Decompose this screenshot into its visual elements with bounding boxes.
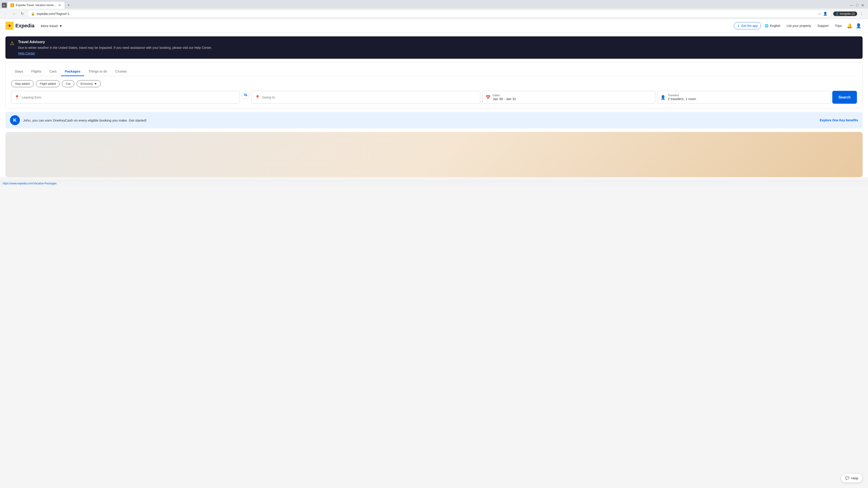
security-icon: 🔒 [31, 12, 35, 15]
flight-added-filter[interactable]: Flight added [36, 80, 60, 87]
search-inputs: 📍 ⇆ 📍 📅 Dates Jan 30 - Jan 31 👤 Traveler… [11, 91, 857, 104]
trips-label: Trips [835, 24, 842, 28]
profile-icon[interactable]: 👤 [823, 11, 828, 16]
tab-things-to-do[interactable]: Things to do [85, 67, 111, 76]
list-property-button[interactable]: List your property [784, 22, 814, 29]
tab-cars[interactable]: Cars [46, 67, 60, 76]
toolbar-right: 👤 Incognito (2) ⋮ [833, 10, 865, 18]
incognito-icon: 👤 [835, 12, 839, 15]
economy-label: Economy [81, 82, 93, 86]
travelers-label: Travelers [668, 94, 696, 97]
forward-button[interactable]: → [11, 11, 17, 17]
incognito-label: Incognito (2) [840, 12, 855, 15]
list-property-label: List your property [786, 24, 811, 28]
going-to-input[interactable] [262, 95, 477, 99]
tab-bar: ▸ E Expedia Travel: Vacation Home... ✕ +… [0, 0, 868, 8]
account-button[interactable]: 👤 [855, 22, 863, 30]
search-widget: Stays Flights Cars Packages Things to do… [5, 62, 863, 108]
warning-icon: ⚠ [10, 40, 14, 46]
get-app-button[interactable]: ⇓ Get the app [734, 22, 761, 29]
chevron-down-icon: ▼ [59, 24, 62, 28]
explore-onekey-link[interactable]: Explore One Key benefits [819, 119, 858, 122]
tab-favicon: E [10, 3, 14, 7]
url-text: expedia.com/?logout=1 [37, 12, 816, 15]
search-tabs: Stays Flights Cars Packages Things to do… [11, 67, 857, 76]
dates-field[interactable]: 📅 Dates Jan 30 - Jan 31 [482, 91, 655, 104]
reload-button[interactable]: ↻ [19, 11, 25, 17]
tab-flights[interactable]: Flights [28, 67, 45, 76]
support-label: Support [817, 24, 829, 28]
site-content: ✈ Expedia More travel ▼ ⇓ Get the app 🌐 … [0, 19, 868, 177]
more-travel-label: More travel [41, 24, 58, 28]
search-button[interactable]: Search [832, 91, 857, 104]
swap-locations-button[interactable]: ⇆ [242, 91, 250, 99]
globe-icon: 🌐 [765, 24, 769, 28]
filter-buttons: Stay added Flight added Car Economy ▼ [11, 80, 857, 87]
economy-chevron-icon: ▼ [94, 82, 97, 86]
logo-text: Expedia [16, 23, 34, 29]
minimize-button[interactable]: — [850, 3, 854, 7]
calendar-icon: 📅 [486, 95, 491, 100]
advisory-content: Travel Advisory Due to winter weather in… [18, 40, 212, 55]
travelers-value: 2 travelers, 1 room [668, 97, 696, 101]
travel-advisory: ⚠ Travel Advisory Due to winter weather … [5, 36, 863, 59]
get-app-label: Get the app [741, 24, 758, 28]
advisory-title: Travel Advisory [18, 40, 212, 44]
new-tab-button[interactable]: + [65, 2, 72, 8]
advisory-text: Due to winter weather in the United Stat… [18, 45, 212, 50]
restore-button[interactable]: □ [855, 3, 859, 7]
status-url: https://www.expedia.com/Vacation-Package… [3, 182, 57, 185]
tab-group-indicator[interactable]: ▸ [2, 3, 7, 8]
tab-stays[interactable]: Stays [11, 67, 27, 76]
travelers-field[interactable]: 👤 Travelers 2 travelers, 1 room [657, 91, 830, 104]
incognito-badge[interactable]: 👤 Incognito (2) [833, 11, 857, 16]
location-icon-to: 📍 [255, 95, 260, 100]
more-travel-button[interactable]: More travel ▼ [38, 22, 65, 30]
more-options-button[interactable]: ⋮ [858, 10, 865, 18]
stay-added-filter[interactable]: Stay added [11, 80, 34, 87]
address-bar[interactable]: 🔒 expedia.com/?logout=1 ☆ 👤 [27, 10, 831, 18]
economy-filter[interactable]: Economy ▼ [76, 80, 101, 87]
language-label: English [770, 24, 780, 28]
onekey-banner: K John, you can earn OneKeyCash on every… [5, 112, 863, 128]
back-button[interactable]: ← [3, 11, 9, 17]
location-icon-from: 📍 [14, 95, 20, 100]
notifications-button[interactable]: 🔔 [845, 22, 854, 30]
trips-button[interactable]: Trips [832, 22, 844, 29]
browser-chrome: ▸ E Expedia Travel: Vacation Home... ✕ +… [0, 0, 868, 19]
leaving-from-input[interactable] [22, 95, 237, 99]
tab-title: Expedia Travel: Vacation Home... [16, 4, 56, 7]
going-to-field[interactable]: 📍 [252, 91, 480, 104]
dates-label: Dates [493, 94, 516, 97]
onekey-message: John, you can earn OneKeyCash on every e… [23, 119, 816, 122]
advisory-help-link[interactable]: Help Center [18, 52, 212, 55]
download-icon: ⇓ [737, 24, 740, 28]
car-filter[interactable]: Car [62, 80, 74, 87]
site-nav: ✈ Expedia More travel ▼ ⇓ Get the app 🌐 … [0, 19, 868, 33]
dates-value: Jan 30 - Jan 31 [493, 97, 516, 101]
support-button[interactable]: Support [815, 22, 831, 29]
address-bar-row: ← → ↻ 🔒 expedia.com/?logout=1 ☆ 👤 👤 Inco… [0, 8, 868, 19]
expedia-logo[interactable]: ✈ Expedia [5, 22, 34, 30]
travelers-icon: 👤 [660, 95, 665, 100]
user-icon: 👤 [856, 23, 862, 29]
bookmark-icon[interactable]: ☆ [818, 11, 821, 16]
language-button[interactable]: 🌐 English [762, 22, 783, 29]
tab-cruises[interactable]: Cruises [112, 67, 130, 76]
logo-icon: ✈ [5, 22, 13, 30]
nav-actions: ⇓ Get the app 🌐 English List your proper… [734, 22, 863, 30]
close-button[interactable]: ✕ [861, 3, 864, 7]
tab-close-button[interactable]: ✕ [58, 3, 62, 7]
active-tab[interactable]: E Expedia Travel: Vacation Home... ✕ [8, 2, 64, 8]
tab-packages[interactable]: Packages [61, 67, 84, 76]
dates-content: Dates Jan 30 - Jan 31 [493, 94, 516, 101]
leaving-from-field[interactable]: 📍 [11, 91, 240, 104]
bell-icon: 🔔 [847, 23, 852, 29]
economy-dropdown: Economy ▼ [81, 82, 97, 86]
window-controls: — □ ✕ [850, 3, 866, 7]
status-bar: https://www.expedia.com/Vacation-Package… [0, 181, 868, 186]
hero-area [5, 132, 863, 177]
onekey-avatar: K [10, 115, 20, 125]
travelers-content: Travelers 2 travelers, 1 room [668, 94, 696, 101]
